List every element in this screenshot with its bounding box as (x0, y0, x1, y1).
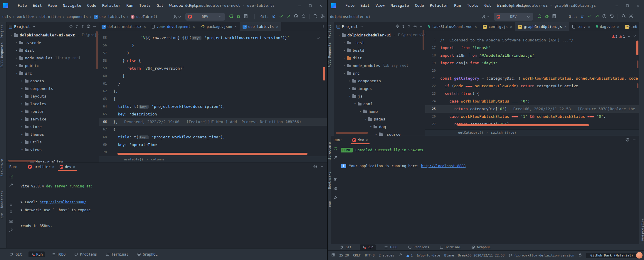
code-line-64[interactable]: 64 title: t(key: 'project.workflow.descr… (99, 103, 327, 110)
tree-item-public[interactable]: ▸public (6, 62, 99, 69)
tree-item-dist[interactable]: ▸dist (6, 46, 99, 54)
line-separator[interactable]: CRLF (353, 254, 361, 257)
collapse-all-icon[interactable] (81, 24, 85, 29)
tool-button-todo[interactable]: TODO (49, 251, 68, 257)
code-line-57[interactable]: 57 ) (99, 49, 327, 57)
breadcrumb-item[interactable]: useTable() (124, 157, 143, 161)
code-line-65[interactable]: 65 key: 'description' (99, 110, 327, 118)
expand-all-icon[interactable] (401, 24, 405, 29)
git-commit-button[interactable] (279, 14, 284, 20)
git-branch[interactable]: fix-workflow-definition-version (509, 254, 574, 257)
settings-gear-icon[interactable] (629, 14, 633, 20)
search-everywhere-icon[interactable] (621, 14, 626, 20)
close-tab-icon[interactable]: × (234, 25, 236, 29)
tab-.env.development[interactable]: .env.development× (149, 22, 198, 31)
editor-hscrollbar[interactable] (458, 124, 589, 126)
tree-item-dag[interactable]: ▾dag (334, 123, 425, 130)
tree-item-dolphinscheduler-ui[interactable]: ▾dolphinscheduler-ui- E:\projects\dol (334, 31, 425, 39)
tool-window-button-notifications[interactable]: Notifications (639, 219, 644, 241)
tree-item-build[interactable]: ▸build (334, 46, 425, 54)
close-tab-icon[interactable]: × (617, 25, 619, 29)
tool-button-git[interactable]: Git (338, 244, 354, 250)
close-tab-icon[interactable]: × (52, 165, 54, 169)
sync-status[interactable]: Δ/up-to-date (417, 254, 440, 257)
tree-item-store[interactable]: ▸store (6, 123, 99, 130)
menu-view[interactable]: View (373, 0, 388, 11)
tree-item-router[interactable]: ▸router (6, 108, 99, 115)
tree-item-.vscode[interactable]: ▸.vscode (6, 39, 99, 46)
panel-settings-icon[interactable] (87, 24, 90, 29)
tree-item-service[interactable]: ▸service (6, 115, 99, 123)
tab-options-icon[interactable] (321, 24, 325, 30)
code-line-56[interactable]: 56 } (99, 42, 327, 49)
minimize-window-icon[interactable] (612, 1, 621, 10)
tab-dag.vue[interactable]: Vdag.vue× (593, 22, 622, 31)
git-push-button[interactable] (286, 14, 291, 20)
event-notification-dot[interactable] (636, 252, 643, 259)
close-tab-icon[interactable]: × (564, 25, 566, 29)
debug-button[interactable] (236, 14, 241, 20)
code-line-69[interactable]: 69 key: 'operateTime' (99, 141, 327, 149)
run-panel-minimize-icon[interactable] (632, 138, 636, 142)
tool-window-button-npm[interactable]: npm (0, 213, 6, 219)
pin-icon[interactable] (9, 228, 13, 233)
tree-item-themes[interactable]: ▸themes (6, 130, 99, 138)
run-panel-settings-icon[interactable] (313, 165, 317, 169)
lock-icon[interactable] (578, 253, 582, 258)
menu-git[interactable]: Git (481, 0, 494, 11)
run-panel-minimize-icon[interactable] (320, 165, 324, 169)
code-line-61[interactable]: 61 } (99, 80, 327, 88)
tree-item-home[interactable]: ▾home (334, 108, 425, 115)
tree-vscrollbar[interactable] (423, 30, 424, 50)
layout-icon[interactable] (9, 219, 13, 224)
menu-tools[interactable]: Tools (136, 0, 154, 11)
maximize-window-icon[interactable] (623, 1, 632, 10)
code-line-17[interactable]: 17import _ from 'lodash' (425, 44, 639, 52)
code-line-20[interactable]: 20 (425, 67, 639, 75)
menu-code[interactable]: Code (84, 0, 99, 11)
menu-navigate[interactable]: Navigate (60, 0, 84, 11)
tree-item-dolphinscheduler-ui-next[interactable]: ▾dolphinscheduler-ui-next- E:\proje (6, 31, 99, 39)
tree-item-components[interactable]: ▸components (6, 85, 99, 92)
tool-button-run[interactable]: Run (28, 251, 45, 257)
breadcrumb-item[interactable]: ects (2, 15, 11, 19)
code-line-26[interactable]: 26 case workFlowPublishStatus === '1' &&… (425, 113, 639, 120)
tree-item-layouts[interactable]: ▸layouts (6, 92, 99, 100)
code-line-60[interactable]: 60 } (99, 72, 327, 80)
menu-run[interactable]: Run (451, 0, 464, 11)
code-line-18[interactable]: 18import i18n from '@/module/i18n/index.… (425, 52, 639, 59)
menu-run[interactable]: Run (124, 0, 136, 11)
inspections-widget[interactable]: 5 1 (612, 34, 637, 39)
tree-hscrollbar[interactable] (336, 132, 368, 134)
code-line-24[interactable]: 24 case workFlowPublishStatus === '0': (425, 98, 639, 105)
breadcrumb-item[interactable]: use-table.ts (100, 15, 125, 19)
code-line-1[interactable]: 1/* Licensed to the Apache Software Foun… (425, 36, 639, 44)
user-icon[interactable] (173, 14, 181, 19)
theme-notification[interactable]: GitHub Dark (Material) (586, 253, 637, 258)
editor-vscrollbar[interactable] (636, 41, 638, 55)
tab-.env[interactable]: .env× (569, 22, 593, 31)
breadcrumb-item[interactable]: definition (39, 15, 60, 19)
caret-position[interactable]: 25:20 (339, 254, 349, 257)
rollback-button[interactable] (301, 14, 306, 20)
close-tab-icon[interactable]: × (366, 138, 368, 142)
menu-refactor[interactable]: Refactor (427, 0, 451, 11)
tree-item-locales[interactable]: ▸locales (6, 100, 99, 108)
code-line-68[interactable]: 68 title: t(key: 'project.workflow.creat… (99, 133, 327, 141)
tree-item-pages[interactable]: ▾pages (334, 115, 425, 123)
run-panel-settings-icon[interactable] (625, 138, 629, 142)
clear-console-icon[interactable] (9, 209, 13, 215)
coverage-button[interactable] (552, 14, 556, 20)
menu-edit[interactable]: Edit (357, 0, 372, 11)
code-line-23[interactable]: 23 switch (true) { (425, 90, 639, 98)
tree-item-node_modules[interactable]: ▸node_moduleslibrary root (334, 62, 425, 69)
tab-graphGridOption.js[interactable]: JSgraphGridOption.js× (515, 22, 569, 31)
tree-item-assets[interactable]: ▸assets (6, 77, 99, 85)
close-window-icon[interactable] (316, 1, 325, 10)
tree-item-src[interactable]: ▾src (334, 69, 425, 77)
tool-button-git[interactable]: Git (8, 251, 24, 257)
close-tab-icon[interactable]: × (276, 25, 278, 29)
menu-refactor[interactable]: Refactor (99, 0, 124, 11)
git-push-button[interactable] (595, 14, 599, 20)
tool-window-button-project[interactable]: Project (328, 25, 334, 38)
